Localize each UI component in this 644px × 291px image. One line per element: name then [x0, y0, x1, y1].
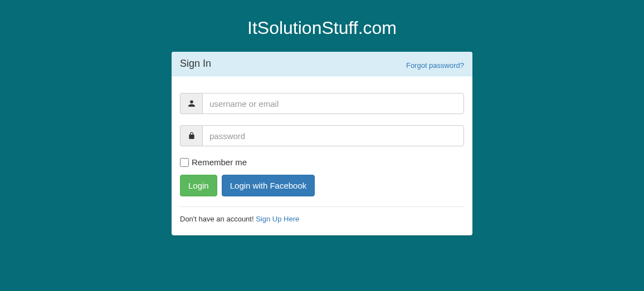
- panel-body: Remember me Login Login with Facebook Do…: [172, 76, 472, 235]
- panel-header-title: Sign In: [180, 58, 211, 70]
- login-panel: Sign In Forgot password? Remember me Log…: [172, 52, 472, 235]
- remember-row: Remember me: [180, 157, 464, 167]
- button-row: Login Login with Facebook: [180, 175, 464, 207]
- login-button[interactable]: Login: [180, 175, 217, 196]
- forgot-password-link[interactable]: Forgot password?: [406, 61, 464, 70]
- signup-footer: Don't have an account! Sign Up Here: [180, 215, 464, 223]
- page-title: ItSolutionStuff.com: [0, 0, 644, 52]
- panel-header: Sign In Forgot password?: [172, 52, 472, 76]
- lock-icon: [180, 125, 202, 146]
- signup-link[interactable]: Sign Up Here: [256, 215, 299, 223]
- remember-label: Remember me: [192, 157, 247, 167]
- password-input[interactable]: [202, 125, 464, 146]
- facebook-login-button[interactable]: Login with Facebook: [222, 175, 315, 196]
- remember-checkbox[interactable]: [180, 158, 189, 167]
- footer-text: Don't have an account!: [180, 215, 256, 223]
- user-icon: [180, 93, 202, 114]
- password-group: [180, 125, 464, 146]
- username-input[interactable]: [202, 93, 464, 114]
- username-group: [180, 93, 464, 114]
